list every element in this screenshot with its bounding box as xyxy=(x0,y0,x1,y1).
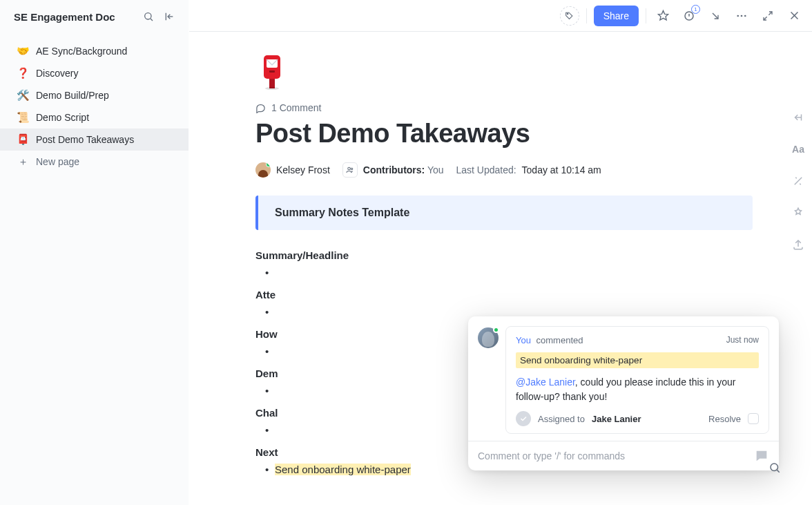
last-updated: Last Updated: Today at 10:14 am xyxy=(456,164,601,175)
tag-button[interactable] xyxy=(560,6,579,26)
svg-point-10 xyxy=(744,15,746,17)
page-title[interactable]: Post Demo Takeaways xyxy=(255,119,753,149)
comment-action: commented xyxy=(534,335,583,345)
comment-input[interactable] xyxy=(478,450,747,461)
sidebar-item-label: Demo Script xyxy=(36,112,89,123)
share-button[interactable]: Share xyxy=(594,6,639,26)
rail-export-button[interactable] xyxy=(789,235,808,254)
sparkle-icon xyxy=(792,175,804,187)
comment-timestamp: Just now xyxy=(726,335,759,345)
svg-point-0 xyxy=(145,13,151,19)
sidebar-item-demo-script[interactable]: 📜 Demo Script xyxy=(0,106,188,128)
doc-author[interactable]: Kelsey Frost xyxy=(255,162,330,178)
search-icon xyxy=(768,461,781,474)
sidebar: SE Engagement Doc 🤝 AE Sync/Background ❓… xyxy=(0,0,189,505)
assigned-to-label: Assigned to xyxy=(538,414,585,424)
comment-body: @Jake Lanier, could you please include t… xyxy=(516,375,759,404)
rail-ai-button[interactable] xyxy=(789,171,808,191)
resolve-button[interactable]: Resolve xyxy=(708,414,741,424)
template-banner[interactable]: Summary Notes Template xyxy=(255,196,753,230)
comment-header: You commented Just now xyxy=(516,335,759,345)
resolve-checkbox[interactable] xyxy=(748,413,759,424)
more-button[interactable] xyxy=(732,6,751,26)
svg-marker-5 xyxy=(658,10,668,19)
sidebar-item-label: Demo Build/Prep xyxy=(36,90,109,101)
page-search-button[interactable] xyxy=(765,458,784,477)
close-button[interactable] xyxy=(784,6,804,26)
section-summary[interactable]: Summary/Headline xyxy=(255,249,753,261)
comment-count[interactable]: 1 Comment xyxy=(255,102,753,113)
sidebar-item-post-demo[interactable]: 📮 Post Demo Takeaways xyxy=(0,128,188,151)
svg-line-1 xyxy=(151,19,153,21)
tools-icon: 🛠️ xyxy=(15,89,30,102)
main: Share 1 xyxy=(189,0,812,505)
indent-icon xyxy=(792,111,804,124)
comment-icon xyxy=(255,103,266,113)
svg-point-8 xyxy=(737,15,739,17)
rail-typography-button[interactable]: Aa xyxy=(789,140,808,159)
comment-quoted-text: Send onboarding white-paper xyxy=(516,352,759,368)
author-avatar xyxy=(255,162,271,178)
comment-card: You commented Just now Send onboarding w… xyxy=(505,326,769,434)
sidebar-item-ae-sync[interactable]: 🤝 AE Sync/Background xyxy=(0,40,188,62)
sidebar-title: SE Engagement Doc xyxy=(14,11,140,23)
sidebar-new-page[interactable]: ＋ New page xyxy=(0,151,188,173)
author-name: Kelsey Frost xyxy=(276,164,330,175)
comment-popup: You commented Just now Send onboarding w… xyxy=(468,316,779,470)
doc-meta: Kelsey Frost Contributors: You Last Upda… xyxy=(255,162,753,178)
scroll-icon: 📜 xyxy=(15,111,30,124)
svg-line-7 xyxy=(713,13,718,19)
svg-line-11 xyxy=(768,12,772,15)
expand-button[interactable] xyxy=(758,6,777,26)
sidebar-item-demo-build[interactable]: 🛠️ Demo Build/Prep xyxy=(0,84,188,106)
svg-point-9 xyxy=(741,15,743,17)
rail-indent-button[interactable] xyxy=(789,108,808,127)
search-icon xyxy=(143,11,154,22)
sliders-icon xyxy=(792,207,804,219)
tag-icon xyxy=(565,11,574,20)
comment-footer: Assigned to Jake Lanier Resolve xyxy=(516,411,759,426)
comment-input-row xyxy=(468,441,779,470)
svg-rect-18 xyxy=(269,79,275,88)
collapse-icon xyxy=(164,11,175,22)
sidebar-item-discovery[interactable]: ❓ Discovery xyxy=(0,62,188,84)
handshake-icon: 🤝 xyxy=(15,45,30,57)
highlighted-text[interactable]: Send onboarding white-paper xyxy=(275,464,411,475)
sidebar-item-label: AE Sync/Background xyxy=(36,46,127,57)
contributors[interactable]: Contributors: You xyxy=(342,162,444,178)
sidebar-search-button[interactable] xyxy=(140,8,157,25)
last-updated-label: Last Updated: xyxy=(456,164,516,175)
expand-icon xyxy=(762,10,773,21)
typography-icon: Aa xyxy=(792,144,804,155)
svg-rect-17 xyxy=(269,70,275,73)
assigned-check-icon xyxy=(516,411,531,426)
svg-line-26 xyxy=(777,470,779,472)
section-attendees[interactable]: Atte xyxy=(255,289,753,301)
rail-settings-button[interactable] xyxy=(789,203,808,222)
assignee-name[interactable]: Jake Lanier xyxy=(592,414,641,424)
last-updated-value: Today at 10:14 am xyxy=(522,164,601,175)
sidebar-nav: 🤝 AE Sync/Background ❓ Discovery 🛠️ Demo… xyxy=(0,32,188,173)
plus-icon: ＋ xyxy=(15,155,30,169)
comment-mention[interactable]: @Jake Lanier xyxy=(516,377,575,388)
upload-icon xyxy=(792,238,804,251)
comment-author-avatar xyxy=(478,327,499,348)
document-area: 1 Comment Post Demo Takeaways Kelsey Fro… xyxy=(189,32,812,505)
topbar-divider xyxy=(586,8,587,23)
svg-point-25 xyxy=(771,464,778,471)
svg-point-4 xyxy=(567,13,568,15)
download-button[interactable] xyxy=(706,6,725,26)
collapse-sidebar-button[interactable] xyxy=(161,8,177,25)
comment-author-you: You xyxy=(516,335,531,345)
notifications-button[interactable]: 1 xyxy=(679,6,699,26)
doc-emoji-postbox[interactable] xyxy=(255,51,289,90)
favorite-button[interactable] xyxy=(653,6,673,26)
sidebar-item-label: New page xyxy=(36,156,79,167)
download-icon xyxy=(710,10,721,21)
list-item[interactable] xyxy=(255,265,753,279)
topbar-divider xyxy=(646,8,646,23)
star-icon xyxy=(657,10,669,21)
close-icon xyxy=(789,10,800,21)
postbox-icon: 📮 xyxy=(15,133,30,146)
right-rail: Aa xyxy=(784,39,812,254)
